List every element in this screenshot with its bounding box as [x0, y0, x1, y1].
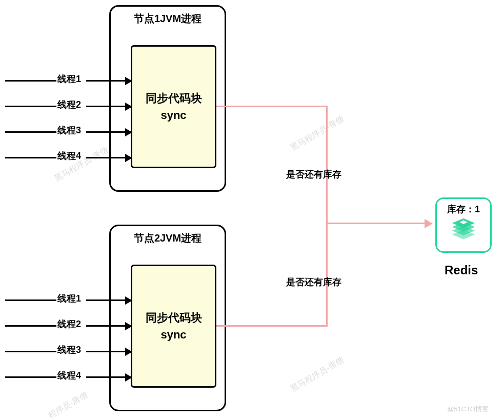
pink-arrow-redis — [425, 219, 433, 228]
sync2-line2: sync — [160, 326, 186, 343]
jvm2-thread3-label: 线程3 — [57, 344, 81, 356]
pink-line-1h — [216, 106, 327, 107]
sync2-box: 同步代码块 sync — [131, 265, 216, 388]
thread2-label: 线程2 — [57, 98, 81, 111]
watermark: 黑马程序员-唐僧 — [289, 355, 346, 394]
question2-label: 是否还有库存 — [286, 276, 341, 288]
jvm2-thread2-line-left — [5, 325, 56, 327]
thread4-line-left — [5, 157, 56, 158]
redis-icon — [449, 217, 478, 242]
pink-line-1v — [326, 106, 328, 224]
thread4-arrow — [125, 154, 132, 162]
jvm2-thread1-line-left — [5, 299, 56, 301]
sync1-line2: sync — [160, 107, 186, 124]
thread1-line-right — [86, 80, 125, 82]
thread3-arrow — [125, 128, 132, 136]
jvm2-thread1-label: 线程1 — [57, 292, 81, 305]
thread1-label: 线程1 — [57, 73, 81, 85]
thread2-arrow — [125, 103, 132, 111]
jvm2-thread1-arrow — [125, 296, 132, 305]
thread2-line-left — [5, 106, 56, 107]
watermark-cto: @51CTO博客 — [447, 405, 489, 414]
sync2-line1: 同步代码块 — [146, 309, 202, 326]
jvm2-title: 节点2JVM进程 — [111, 226, 225, 248]
jvm2-thread3-line-left — [5, 351, 56, 352]
jvm2-thread2-label: 线程2 — [57, 318, 81, 330]
thread1-line-left — [5, 80, 56, 82]
thread1-arrow — [125, 77, 132, 85]
sync1-box: 同步代码块 sync — [131, 45, 216, 168]
pink-line-merge — [326, 223, 426, 224]
redis-box: 库存：1 — [435, 197, 492, 253]
jvm2-thread1-line-right — [86, 299, 125, 301]
question1-label: 是否还有库存 — [286, 168, 341, 181]
redis-stock-label: 库存：1 — [447, 203, 480, 215]
jvm2-thread4-label: 线程4 — [57, 369, 81, 382]
jvm2-thread2-arrow — [125, 322, 132, 330]
sync1-line1: 同步代码块 — [146, 90, 202, 107]
jvm2-thread4-line-right — [86, 376, 125, 378]
watermark: 程序员-唐僧 — [46, 390, 89, 420]
thread4-label: 线程4 — [57, 150, 81, 162]
jvm1-title: 节点1JVM进程 — [111, 7, 225, 29]
jvm2-thread4-line-left — [5, 376, 56, 378]
thread3-line-left — [5, 131, 56, 133]
jvm2-thread3-line-right — [86, 351, 125, 352]
jvm2-thread2-line-right — [86, 325, 125, 327]
redis-name: Redis — [445, 263, 478, 277]
jvm2-thread3-arrow — [125, 348, 132, 356]
pink-line-2h — [216, 325, 327, 327]
pink-line-2v — [326, 223, 328, 327]
thread4-line-right — [86, 157, 125, 158]
thread3-label: 线程3 — [57, 124, 81, 136]
jvm2-thread4-arrow — [125, 373, 132, 382]
thread3-line-right — [86, 131, 125, 133]
watermark: 黑马程序员-唐僧 — [289, 114, 346, 153]
thread2-line-right — [86, 106, 125, 107]
